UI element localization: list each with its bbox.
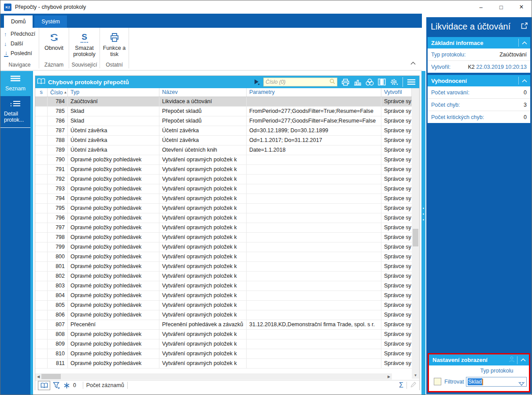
print-icon[interactable]: [341, 78, 350, 86]
cell-nazev: Přepočet skladů: [159, 107, 247, 116]
search-input[interactable]: Číslo (0): [263, 78, 337, 86]
section-header[interactable]: Základní informace: [428, 37, 530, 48]
section-header[interactable]: Nastavení zobrazení: [429, 354, 529, 365]
table-row[interactable]: 786SkladPřepočet skladůFromPeriod=277;Go…: [35, 116, 412, 126]
table-row[interactable]: 787Účetní závěrkaÚčetní závěrkaOd=30.12.…: [35, 126, 412, 136]
table-row[interactable]: 796Opravné položky pohledávekVytváření o…: [35, 213, 412, 223]
info-value: 22.03.2019 10:20:13: [476, 64, 527, 70]
protocol-type-input[interactable]: Sklad: [466, 377, 527, 387]
column-header-cislo[interactable]: Číslo▲: [48, 88, 68, 97]
table-row[interactable]: 808Opravné položky pohledávekVytváření o…: [35, 330, 412, 339]
cell-cislo: 810: [48, 349, 68, 359]
last-button[interactable]: ↓ Poslední: [0, 48, 39, 58]
minimize-button[interactable]: –: [471, 0, 491, 14]
table-row[interactable]: 801Opravné položky pohledávekVytváření o…: [35, 262, 412, 272]
panel-splitter[interactable]: [421, 71, 425, 395]
table-row[interactable]: 809Opravné položky pohledávekVytváření o…: [35, 339, 412, 349]
cell-vytvoril: Správce sy: [381, 291, 412, 301]
analysis-icon[interactable]: [366, 78, 374, 86]
collapse-chevron-icon[interactable]: [518, 77, 530, 85]
column-header-vytvoril[interactable]: Vytvořil: [381, 88, 412, 97]
horizontal-scrollbar-thumb[interactable]: [41, 374, 61, 379]
cell-parametry: [247, 252, 381, 262]
run-filter-icon[interactable]: [254, 79, 260, 85]
cell-cislo: 801: [48, 262, 68, 272]
section-header[interactable]: Vyhodnocení: [428, 75, 530, 86]
table-row[interactable]: 789Účetní závěrkaOtevření účetních knihD…: [35, 145, 412, 155]
collapse-chevron-icon[interactable]: [518, 39, 530, 47]
cell-vytvoril: Správce sy: [381, 155, 412, 165]
section-zakladni-informace: Základní informace Typ protokolu: Zaúčto…: [428, 37, 530, 73]
cell-nazev: Vytváření opravných položek k: [159, 339, 247, 349]
sidebar-item-seznam[interactable]: Seznam: [0, 71, 30, 96]
table-row[interactable]: 798Opravné položky pohledávekVytváření o…: [35, 233, 412, 242]
table-row[interactable]: 792Opravné položky pohledávekVytváření o…: [35, 175, 412, 184]
columns-icon[interactable]: [378, 78, 386, 86]
table-row[interactable]: 795Opravné položky pohledávekVytváření o…: [35, 204, 412, 213]
table-row[interactable]: 797Opravné položky pohledávekVytváření o…: [35, 223, 412, 233]
lookup-dropdown-icon[interactable]: [518, 380, 525, 388]
filter-icon[interactable]: [53, 382, 60, 389]
scrollbar-right-arrow-icon[interactable]: ▶: [386, 375, 392, 379]
table-row[interactable]: 800Opravné položky pohledávekVytváření o…: [35, 252, 412, 262]
table-row[interactable]: 804Opravné položky pohledávekVytváření o…: [35, 291, 412, 301]
table-row[interactable]: 806Opravné položky pohledávekVytváření o…: [35, 310, 412, 320]
open-in-window-icon[interactable]: [521, 22, 528, 32]
cell-parametry: [247, 281, 381, 291]
table-row[interactable]: 802Opravné položky pohledávekVytváření o…: [35, 272, 412, 281]
column-header-parametry[interactable]: Parametry: [247, 88, 381, 97]
table-row[interactable]: 807PřeceněníPřecenění pohledávek a závaz…: [35, 320, 412, 330]
cell-parametry: [247, 184, 381, 194]
cell-parametry: [247, 213, 381, 223]
filter-checkbox[interactable]: [434, 378, 441, 385]
group-label-souvisejici: Související: [69, 62, 100, 68]
horizontal-scrollbar[interactable]: ◀ ▶: [35, 373, 392, 380]
maximize-button[interactable]: □: [491, 0, 511, 14]
chart-icon[interactable]: [354, 79, 362, 86]
vertical-scrollbar[interactable]: ▲ ▼: [412, 88, 419, 379]
cell-cislo: 791: [48, 165, 68, 175]
table-row[interactable]: 791Opravné položky pohledávekVytváření o…: [35, 165, 412, 175]
table-row[interactable]: 785SkladPřepočet skladůFromPeriod=277;Go…: [35, 107, 412, 116]
sum-icon[interactable]: Σ: [399, 381, 403, 389]
freeze-asterisk-icon[interactable]: [63, 382, 70, 389]
table-row[interactable]: 790Opravné položky pohledávekVytváření o…: [35, 155, 412, 165]
column-header-nazev[interactable]: Název: [159, 88, 247, 97]
cell-typ: Opravné položky pohledávek: [68, 330, 159, 339]
close-button[interactable]: ×: [511, 0, 532, 14]
collapse-chevron-icon[interactable]: [517, 356, 529, 364]
cell-cislo: 809: [48, 339, 68, 349]
cell-cislo: 798: [48, 233, 68, 242]
table-row[interactable]: 799Opravné položky pohledávekVytváření o…: [35, 242, 412, 252]
cell-nazev: Vytváření opravných položek k: [159, 175, 247, 184]
scrollbar-down-arrow-icon[interactable]: ▼: [412, 373, 419, 379]
cell-vytvoril: Správce sy: [381, 301, 412, 310]
tab-system[interactable]: Systém: [34, 15, 67, 28]
cell-s: [35, 291, 48, 301]
ribbon-collapse-chevron-icon[interactable]: [410, 59, 416, 67]
grid-menu-icon[interactable]: [407, 79, 416, 85]
table-row[interactable]: 788Účetní závěrkaÚčetní závěrkaOd=1.1.20…: [35, 136, 412, 145]
column-header-s[interactable]: s: [35, 88, 48, 97]
settings-gear-icon[interactable]: [390, 78, 399, 86]
scrollbar-left-arrow-icon[interactable]: ◀: [35, 375, 41, 379]
table-row[interactable]: 805Opravné položky pohledávekVytváření o…: [35, 301, 412, 310]
cell-typ: Opravné položky pohledávek: [68, 252, 159, 262]
vertical-scrollbar-thumb[interactable]: [413, 229, 418, 246]
previous-button[interactable]: ↑ Předchozí: [0, 29, 39, 39]
table-row[interactable]: 803Opravné položky pohledávekVytváření o…: [35, 281, 412, 291]
book-view-toggle[interactable]: [38, 381, 50, 390]
table-row[interactable]: 794Opravné položky pohledávekVytváření o…: [35, 194, 412, 204]
table-row[interactable]: 793Opravné položky pohledávekVytváření o…: [35, 184, 412, 194]
table-row[interactable]: 811Opravné položky pohledávekVytváření o…: [35, 359, 412, 369]
sidebar-item-detail-protokolu[interactable]: Detail protok...: [0, 96, 30, 128]
table-row[interactable]: 810Opravné položky pohledávekVytváření o…: [35, 349, 412, 359]
tab-domu[interactable]: Domů: [4, 15, 33, 28]
selected-input-text: Sklad: [468, 378, 482, 385]
column-header-typ[interactable]: Typ: [68, 88, 159, 97]
next-button[interactable]: ↓ Další: [0, 39, 39, 48]
cell-nazev: Vytváření opravných položek k: [159, 301, 247, 310]
cell-vytvoril: Správce sy: [381, 272, 412, 281]
cell-s: [35, 223, 48, 233]
table-row[interactable]: 784ZaúčtováníLikvidace a účtováníSprávce…: [35, 97, 412, 107]
